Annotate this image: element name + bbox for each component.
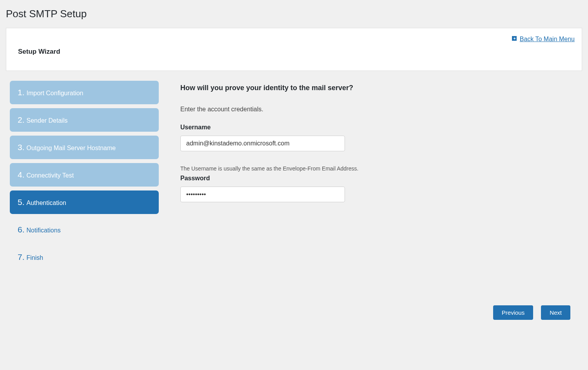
content-intro: Enter the account credentials. (180, 106, 570, 113)
username-field-group: Username (180, 124, 570, 151)
content-body: How will you prove your identity to the … (180, 81, 570, 305)
step-number: 7. (18, 252, 25, 262)
step-sender-details[interactable]: 2. Sender Details (10, 108, 159, 132)
step-label: Connectivity Test (27, 172, 74, 179)
step-number: 3. (18, 143, 25, 152)
password-input[interactable] (180, 187, 345, 202)
step-number: 1. (18, 88, 25, 97)
step-number: 5. (18, 198, 25, 207)
next-button[interactable]: Next (541, 305, 570, 320)
wizard-main-content: How will you prove your identity to the … (180, 81, 582, 324)
previous-button[interactable]: Previous (493, 305, 533, 320)
step-connectivity-test[interactable]: 4. Connectivity Test (10, 163, 159, 187)
password-label: Password (180, 175, 570, 182)
username-input[interactable] (180, 136, 345, 151)
arrow-left-icon (511, 35, 517, 43)
username-label: Username (180, 124, 570, 131)
header-card: Back To Main Menu Setup Wizard (6, 28, 582, 71)
wizard-buttons: Previous Next (180, 305, 570, 324)
step-outgoing-mail-server[interactable]: 3. Outgoing Mail Server Hostname (10, 136, 159, 159)
step-label: Outgoing Mail Server Hostname (27, 145, 116, 152)
step-finish[interactable]: 7. Finish (10, 245, 159, 269)
step-label: Import Configuration (27, 90, 83, 97)
step-authentication[interactable]: 5. Authentication (10, 190, 159, 214)
step-number: 2. (18, 115, 25, 125)
back-link-label: Back To Main Menu (520, 36, 575, 43)
step-label: Authentication (27, 200, 66, 207)
password-field-group: Password (180, 175, 570, 202)
step-notifications[interactable]: 6. Notifications (10, 218, 159, 241)
back-to-main-menu-link[interactable]: Back To Main Menu (511, 35, 575, 43)
step-number: 4. (18, 170, 25, 180)
wizard-layout: 1. Import Configuration 2. Sender Detail… (6, 81, 582, 324)
step-label: Notifications (27, 227, 61, 234)
wizard-sidebar: 1. Import Configuration 2. Sender Detail… (6, 81, 159, 273)
step-label: Finish (27, 254, 44, 261)
step-label: Sender Details (27, 117, 68, 124)
username-help-text: The Username is usually the same as the … (180, 165, 570, 172)
content-heading: How will you prove your identity to the … (180, 84, 570, 92)
step-import-configuration[interactable]: 1. Import Configuration (10, 81, 159, 104)
step-number: 6. (18, 225, 25, 234)
wizard-title: Setup Wizard (18, 48, 570, 56)
page-title: Post SMTP Setup (6, 8, 582, 20)
